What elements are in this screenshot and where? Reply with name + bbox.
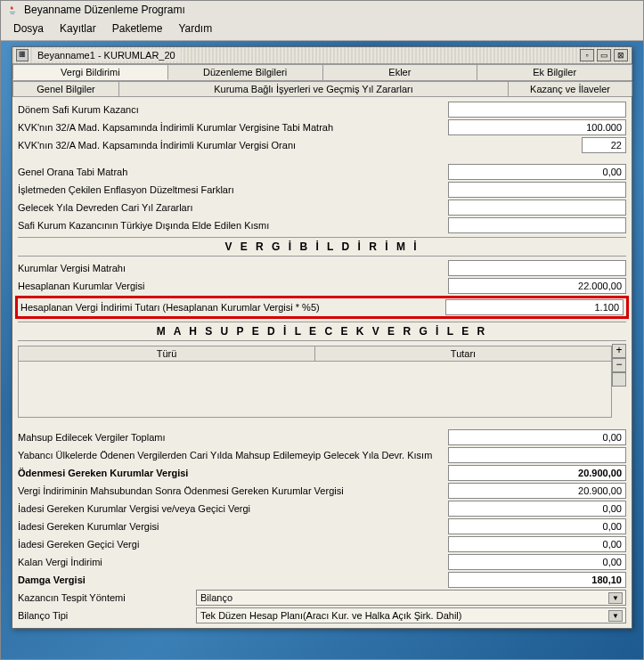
- menu-file[interactable]: Dosya: [6, 20, 51, 37]
- row-iadesi-gecici2: İadesi Gereken Geçici Vergi: [18, 535, 626, 553]
- tab-ek-bilgiler[interactable]: Ek Bilgiler: [477, 64, 632, 80]
- input-kurumlar-matrah[interactable]: [448, 260, 626, 276]
- input-odenmesi-gereken[interactable]: [448, 465, 626, 481]
- java-icon: [6, 4, 19, 16]
- extra-row-button[interactable]: [612, 372, 626, 387]
- row-kvk32a-oran: KVK'nın 32/A Mad. Kapsamında İndirimli K…: [18, 136, 626, 154]
- input-iadesi-gecici2[interactable]: [448, 536, 626, 552]
- row-gelecek-yila: Gelecek Yıla Devreden Cari Yıl Zararları: [18, 199, 626, 216]
- label-iadesi-gecici: İadesi Gereken Kurumlar Vergisi ve/veya …: [18, 503, 448, 514]
- title-bar: Beyanname Düzenleme Programı: [1, 1, 643, 19]
- row-kvk32a-matrah: KVK'nın 32/A Mad. Kapsamında İndirimli K…: [18, 118, 626, 136]
- th-tutari: Tutarı: [315, 346, 611, 361]
- label-genel-oran: Genel Orana Tabi Matrah: [18, 167, 448, 177]
- tabs-primary: Vergi Bildirimi Düzenleme Bilgileri Ekle…: [12, 64, 632, 81]
- row-damga: Damga Vergisi: [18, 571, 626, 589]
- input-kalan-indirim[interactable]: [448, 554, 626, 570]
- menu-packaging[interactable]: Paketleme: [105, 20, 170, 37]
- row-kurumlar-matrah: Kurumlar Vergisi Matrahı: [18, 259, 626, 277]
- tab-kuruma-bagli[interactable]: Kuruma Bağlı İşyerleri ve Geçmiş Yıl Zar…: [118, 81, 509, 96]
- tab-kazanc-ilaveler[interactable]: Kazanç ve İlaveler: [508, 81, 632, 96]
- tab-vergi-bildirimi[interactable]: Vergi Bildirimi: [12, 64, 168, 80]
- mahsup-table-body[interactable]: [19, 362, 611, 417]
- label-iadesi-gecici2: İadesi Gereken Geçici Vergi: [18, 539, 448, 550]
- add-row-button[interactable]: +: [612, 344, 626, 358]
- mahsup-table: Türü Tutarı: [18, 346, 612, 418]
- close-button[interactable]: ⊠: [614, 49, 628, 61]
- window-controls: ▫ ▭ ⊠: [580, 49, 628, 61]
- label-kalan-indirim: Kalan Vergi İndirimi: [18, 557, 448, 567]
- input-vergi-indirim-sonra[interactable]: [448, 483, 626, 499]
- tab-duzenleme[interactable]: Düzenleme Bilgileri: [167, 64, 323, 80]
- row-odenmesi-gereken: Ödenmesi Gereken Kurumlar Vergisi: [18, 464, 626, 482]
- highlight-hesaplanan-indirim: Hesaplanan Vergi İndirimi Tutarı (Hesapl…: [15, 296, 629, 319]
- row-kazanc-tespit: Kazancın Tespit Yöntemi Bilanço: [18, 589, 626, 607]
- row-safi-kurum: Safi Kurum Kazancının Türkiye Dışında El…: [18, 216, 626, 234]
- row-isletmeden: İşletmeden Çekilen Enflasyon Düzeltmesi …: [18, 181, 626, 199]
- input-damga[interactable]: [448, 572, 626, 588]
- row-donem: Dönem Safi Kurum Kazancı: [18, 101, 626, 118]
- minimize-button[interactable]: ▫: [580, 49, 594, 61]
- row-genel-oran: Genel Orana Tabi Matrah: [18, 163, 626, 181]
- label-iadesi-kv: İadesi Gereken Kurumlar Vergisi: [18, 521, 448, 532]
- menu-help[interactable]: Yardım: [171, 20, 219, 37]
- row-kalan-indirim: Kalan Vergi İndirimi: [18, 553, 626, 571]
- remove-row-button[interactable]: −: [612, 358, 626, 372]
- internal-title-bar: ▦ Beyanname1 - KURUMLAR_20 ▫ ▭ ⊠: [12, 47, 632, 64]
- row-yabanci: Yabancı Ülkelerde Ödenen Vergilerden Car…: [18, 446, 626, 464]
- menu-bar: Dosya Kayıtlar Paketleme Yardım: [1, 19, 643, 41]
- row-iadesi-gecici: İadesi Gereken Kurumlar Vergisi ve/veya …: [18, 500, 626, 517]
- input-safi-kurum[interactable]: [448, 217, 626, 233]
- tab-ekler[interactable]: Ekler: [322, 64, 478, 80]
- form-body: Dönem Safi Kurum Kazancı KVK'nın 32/A Ma…: [12, 97, 632, 628]
- row-mahsup-toplam: Mahsup Edilecek Vergiler Toplamı: [18, 428, 626, 446]
- label-bilanco-tipi: Bilanço Tipi: [18, 610, 196, 621]
- section-vergi-bildirimi: V E R G İ B İ L D İ R İ M İ: [18, 237, 626, 257]
- select-bilanco-tipi[interactable]: Tek Düzen Hesap Planı(Aracı Kur. ve Halk…: [196, 607, 626, 623]
- tab-genel-bilgiler[interactable]: Genel Bilgiler: [12, 81, 119, 96]
- input-isletmeden[interactable]: [448, 182, 626, 198]
- app-title: Beyanname Düzenleme Programı: [24, 4, 185, 16]
- input-donem[interactable]: [448, 102, 626, 118]
- label-yabanci: Yabancı Ülkelerde Ödenen Vergilerden Car…: [18, 450, 448, 460]
- input-genel-oran[interactable]: [448, 164, 626, 180]
- mahsup-table-header: Türü Tutarı: [19, 346, 611, 362]
- th-turu: Türü: [19, 346, 315, 361]
- table-side-buttons: + −: [612, 344, 626, 420]
- maximize-button[interactable]: ▭: [597, 49, 611, 61]
- select-kazanc-tespit[interactable]: Bilanço: [196, 590, 626, 606]
- label-hesaplanan-kv: Hesaplanan Kurumlar Vergisi: [18, 281, 448, 291]
- label-kazanc-tespit: Kazancın Tespit Yöntemi: [18, 592, 196, 603]
- label-odenmesi-gereken: Ödenmesi Gereken Kurumlar Vergisi: [18, 468, 448, 478]
- section-mahsup: M A H S U P E D İ L E C E K V E R G İ L …: [18, 322, 626, 341]
- label-kurumlar-matrah: Kurumlar Vergisi Matrahı: [18, 263, 448, 273]
- input-kvk32a-matrah[interactable]: [448, 119, 626, 135]
- internal-window-icon: ▦: [16, 49, 29, 61]
- tabs-secondary: Genel Bilgiler Kuruma Bağlı İşyerleri ve…: [12, 81, 632, 97]
- label-damga: Damga Vergisi: [18, 574, 448, 585]
- label-kvk32a-oran: KVK'nın 32/A Mad. Kapsamında İndirimli K…: [18, 140, 448, 151]
- label-donem: Dönem Safi Kurum Kazancı: [18, 104, 448, 115]
- label-safi-kurum: Safi Kurum Kazancının Türkiye Dışında El…: [18, 220, 448, 231]
- input-mahsup-toplam[interactable]: [448, 429, 626, 445]
- label-mahsup-toplam: Mahsup Edilecek Vergiler Toplamı: [18, 432, 448, 443]
- input-gelecek-yila[interactable]: [448, 200, 626, 216]
- input-iadesi-kv[interactable]: [448, 518, 626, 534]
- internal-title: Beyanname1 - KURUMLAR_20: [32, 49, 181, 61]
- label-isletmeden: İşletmeden Çekilen Enflasyon Düzeltmesi …: [18, 184, 448, 195]
- desktop-area: ▦ Beyanname1 - KURUMLAR_20 ▫ ▭ ⊠ Vergi B…: [1, 41, 643, 659]
- input-hesaplanan-indirim[interactable]: [445, 299, 624, 315]
- input-hesaplanan-kv[interactable]: [448, 278, 626, 294]
- row-iadesi-kv: İadesi Gereken Kurumlar Vergisi: [18, 517, 626, 535]
- label-vergi-indirim-sonra: Vergi İndiriminin Mahsubundan Sonra Öden…: [18, 485, 448, 496]
- input-kvk32a-oran[interactable]: [582, 137, 626, 153]
- menu-records[interactable]: Kayıtlar: [53, 20, 103, 37]
- label-kvk32a-matrah: KVK'nın 32/A Mad. Kapsamında İndirimli K…: [18, 122, 448, 133]
- row-bilanco-tipi: Bilanço Tipi Tek Düzen Hesap Planı(Aracı…: [18, 607, 626, 624]
- input-yabanci[interactable]: [448, 447, 626, 463]
- row-vergi-indirim-sonra: Vergi İndiriminin Mahsubundan Sonra Öden…: [18, 482, 626, 500]
- label-gelecek-yila: Gelecek Yıla Devreden Cari Yıl Zararları: [18, 202, 448, 213]
- input-iadesi-gecici[interactable]: [448, 501, 626, 517]
- label-hesaplanan-indirim: Hesaplanan Vergi İndirimi Tutarı (Hesapl…: [20, 302, 445, 313]
- app-window: Beyanname Düzenleme Programı Dosya Kayıt…: [0, 0, 644, 660]
